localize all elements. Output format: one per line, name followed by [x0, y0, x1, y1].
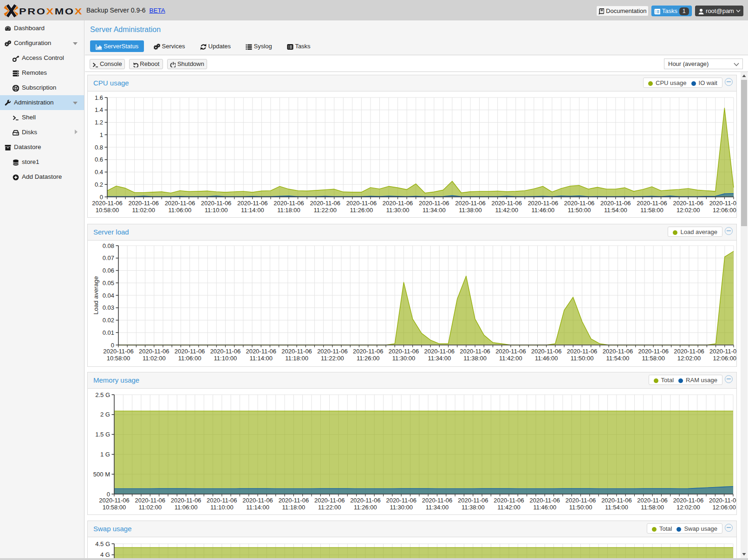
svg-text:2020-11-06: 2020-11-06	[422, 497, 453, 504]
svg-text:4 G: 4 G	[100, 551, 110, 558]
svg-text:Load average: Load average	[92, 276, 99, 315]
svg-text:2020-11-06: 2020-11-06	[460, 348, 490, 355]
svg-text:2020-11-06: 2020-11-06	[314, 497, 345, 504]
svg-text:11:26:00: 11:26:00	[350, 207, 373, 214]
svg-text:4.5 G: 4.5 G	[95, 540, 110, 547]
svg-text:500 M: 500 M	[93, 471, 110, 478]
svg-text:10:58:00: 10:58:00	[107, 355, 130, 362]
svg-text:2 G: 2 G	[100, 411, 110, 418]
svg-text:11:18:00: 11:18:00	[277, 207, 300, 214]
svg-text:12:02:00: 12:02:00	[676, 504, 700, 511]
svg-text:11:14:00: 11:14:00	[246, 504, 269, 511]
svg-text:11:38:00: 11:38:00	[463, 355, 487, 362]
svg-text:2020-11-06: 2020-11-06	[317, 348, 348, 355]
svg-text:12:06:00: 12:06:00	[713, 207, 736, 214]
svg-text:11:14:00: 11:14:00	[241, 207, 264, 214]
svg-text:11:26:00: 11:26:00	[357, 355, 380, 362]
svg-text:2020-11-06: 2020-11-06	[674, 348, 704, 355]
svg-text:11:46:00: 11:46:00	[533, 504, 556, 511]
svg-text:11:22:00: 11:22:00	[321, 355, 344, 362]
svg-text:0.02: 0.02	[103, 317, 114, 324]
svg-text:11:42:00: 11:42:00	[495, 207, 518, 214]
svg-text:1.6: 1.6	[95, 94, 103, 101]
svg-text:11:38:00: 11:38:00	[459, 207, 482, 214]
svg-text:2020-11-06: 2020-11-06	[281, 348, 312, 355]
svg-text:2020-11-06: 2020-11-06	[383, 200, 413, 207]
svg-text:2020-11-06: 2020-11-06	[246, 348, 276, 355]
svg-text:2020-11-06: 2020-11-06	[638, 348, 669, 355]
svg-text:11:54:00: 11:54:00	[606, 355, 630, 362]
svg-text:2020-11-06: 2020-11-06	[389, 348, 419, 355]
svg-text:2020-11-06: 2020-11-06	[673, 497, 704, 504]
svg-text:11:58:00: 11:58:00	[642, 355, 665, 362]
svg-text:2020-11-06: 2020-11-06	[709, 348, 736, 355]
svg-text:11:46:00: 11:46:00	[532, 207, 555, 214]
svg-text:2020-11-06: 2020-11-06	[637, 497, 668, 504]
svg-text:2020-11-06: 2020-11-06	[601, 497, 632, 504]
svg-text:2020-11-06: 2020-11-06	[567, 348, 598, 355]
svg-text:11:22:00: 11:22:00	[318, 504, 341, 511]
svg-text:11:10:00: 11:10:00	[210, 504, 234, 511]
svg-text:1.5 G: 1.5 G	[95, 431, 110, 438]
svg-text:11:50:00: 11:50:00	[569, 504, 592, 511]
svg-text:11:30:00: 11:30:00	[390, 504, 413, 511]
svg-text:11:10:00: 11:10:00	[205, 207, 228, 214]
svg-text:2020-11-06: 2020-11-06	[135, 497, 166, 504]
svg-text:1: 1	[100, 131, 103, 138]
svg-text:12:06:00: 12:06:00	[713, 355, 736, 362]
svg-text:0.03: 0.03	[103, 304, 114, 311]
svg-text:2020-11-06: 2020-11-06	[210, 348, 241, 355]
svg-text:11:30:00: 11:30:00	[392, 355, 416, 362]
svg-text:2020-11-06: 2020-11-06	[530, 497, 560, 504]
svg-text:0.8: 0.8	[95, 144, 103, 151]
svg-text:11:10:00: 11:10:00	[214, 355, 237, 362]
svg-text:11:22:00: 11:22:00	[313, 207, 337, 214]
svg-text:11:50:00: 11:50:00	[568, 207, 591, 214]
svg-text:2020-11-06: 2020-11-06	[273, 200, 304, 207]
svg-text:2020-11-06: 2020-11-06	[603, 348, 633, 355]
svg-text:0.2: 0.2	[95, 181, 103, 188]
svg-text:2020-11-06: 2020-11-06	[99, 497, 130, 504]
svg-text:2020-11-06: 2020-11-06	[637, 200, 667, 207]
svg-text:0.07: 0.07	[103, 254, 114, 261]
svg-text:2020-11-06: 2020-11-06	[171, 497, 202, 504]
svg-text:11:58:00: 11:58:00	[641, 504, 664, 511]
svg-text:2020-11-06: 2020-11-06	[103, 348, 134, 355]
svg-text:0.08: 0.08	[103, 242, 114, 249]
svg-text:2020-11-06: 2020-11-06	[139, 348, 169, 355]
svg-text:1.4: 1.4	[95, 106, 103, 113]
svg-text:2020-11-06: 2020-11-06	[709, 200, 736, 207]
svg-text:2020-11-06: 2020-11-06	[424, 348, 455, 355]
svg-text:11:02:00: 11:02:00	[143, 355, 166, 362]
svg-text:12:02:00: 12:02:00	[677, 355, 701, 362]
svg-text:1.2: 1.2	[95, 119, 103, 126]
svg-text:11:42:00: 11:42:00	[497, 504, 520, 511]
svg-text:2020-11-06: 2020-11-06	[419, 200, 449, 207]
svg-text:0.05: 0.05	[103, 280, 114, 287]
svg-text:11:58:00: 11:58:00	[640, 207, 663, 214]
svg-text:0.04: 0.04	[103, 292, 114, 299]
svg-text:11:26:00: 11:26:00	[354, 504, 377, 511]
svg-text:11:54:00: 11:54:00	[605, 504, 628, 511]
svg-text:11:46:00: 11:46:00	[535, 355, 558, 362]
svg-text:11:34:00: 11:34:00	[426, 504, 449, 511]
svg-text:2020-11-06: 2020-11-06	[128, 200, 159, 207]
svg-text:11:18:00: 11:18:00	[282, 504, 306, 511]
svg-text:2020-11-06: 2020-11-06	[279, 497, 309, 504]
svg-text:2020-11-06: 2020-11-06	[207, 497, 237, 504]
svg-text:2020-11-06: 2020-11-06	[564, 200, 595, 207]
svg-text:11:06:00: 11:06:00	[178, 355, 202, 362]
svg-text:2020-11-06: 2020-11-06	[165, 200, 195, 207]
svg-text:2020-11-06: 2020-11-06	[491, 200, 522, 207]
svg-text:2020-11-06: 2020-11-06	[350, 497, 381, 504]
svg-text:11:06:00: 11:06:00	[169, 207, 192, 214]
svg-text:1 G: 1 G	[100, 451, 110, 458]
svg-text:2020-11-06: 2020-11-06	[346, 200, 377, 207]
svg-text:10:58:00: 10:58:00	[96, 207, 119, 214]
svg-text:2020-11-06: 2020-11-06	[455, 200, 486, 207]
svg-text:11:50:00: 11:50:00	[571, 355, 594, 362]
svg-text:2020-11-06: 2020-11-06	[201, 200, 232, 207]
svg-text:11:02:00: 11:02:00	[132, 207, 155, 214]
svg-text:11:06:00: 11:06:00	[175, 504, 198, 511]
svg-text:2020-11-06: 2020-11-06	[531, 348, 562, 355]
